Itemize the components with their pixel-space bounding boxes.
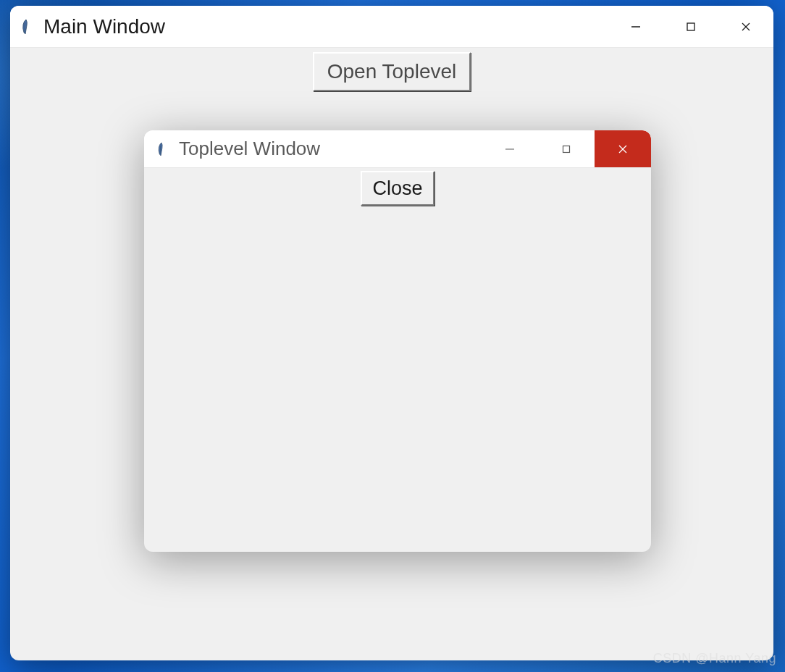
svg-rect-2 (687, 23, 694, 30)
feather-icon (154, 140, 169, 159)
main-window-title: Main Window (43, 15, 608, 38)
main-titlebar-controls (608, 6, 773, 47)
toplevel-titlebar[interactable]: Toplevel Window (144, 130, 651, 168)
open-toplevel-button[interactable]: Open Toplevel (313, 52, 471, 91)
minimize-button[interactable] (608, 6, 663, 47)
main-window: Main Window Open Toplevel Toplevel Wi (10, 6, 773, 660)
feather-icon (19, 17, 33, 36)
toplevel-titlebar-controls (482, 130, 651, 167)
close-toplevel-button[interactable]: Close (361, 171, 434, 206)
watermark-text: CSDN @Hann Yang (653, 651, 776, 666)
toplevel-window-title: Toplevel Window (179, 138, 482, 160)
close-button[interactable] (718, 6, 773, 47)
toplevel-window: Toplevel Window Close (144, 130, 651, 552)
maximize-button[interactable] (538, 130, 595, 167)
maximize-button[interactable] (663, 6, 718, 47)
toplevel-content-area: Close (144, 168, 651, 209)
close-button[interactable] (595, 130, 651, 167)
minimize-button[interactable] (482, 130, 538, 167)
main-titlebar[interactable]: Main Window (10, 6, 773, 48)
main-content-area: Open Toplevel (10, 48, 773, 96)
svg-rect-7 (563, 146, 570, 152)
